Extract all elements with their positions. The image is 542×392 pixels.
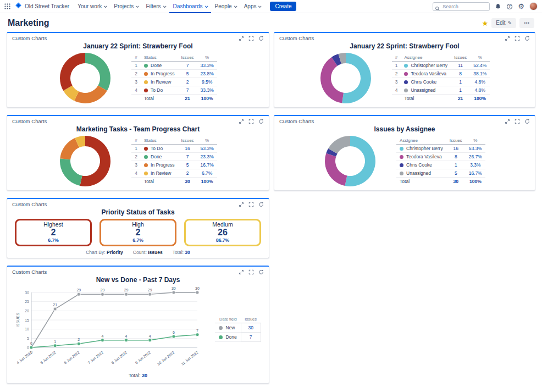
donut-segment-done[interactable] xyxy=(60,158,82,186)
legend-row-percent[interactable]: 53.3% xyxy=(197,144,217,152)
priority-card-medium[interactable]: Medium2686.7% xyxy=(184,219,261,246)
legend-row-issues[interactable]: 7 xyxy=(178,61,197,69)
nav-menu-projects[interactable]: Projects xyxy=(110,0,142,13)
refresh-icon[interactable] xyxy=(258,119,264,124)
legend-total-row: Total21100% xyxy=(392,94,490,102)
legend-row-issues[interactable]: 1 xyxy=(451,78,470,86)
legend-column-header: Issues xyxy=(178,137,197,145)
legend-row-percent[interactable]: 33.3% xyxy=(197,86,217,94)
card-percent: 6.7% xyxy=(16,238,90,243)
legend-row-percent[interactable]: 16.7% xyxy=(466,169,485,177)
more-options-button[interactable]: ⋯ xyxy=(519,18,534,28)
data-point xyxy=(148,292,152,296)
donut-segment-to-do[interactable] xyxy=(60,53,85,91)
refresh-icon[interactable] xyxy=(524,36,530,41)
legend-row-label: In Progress xyxy=(141,161,178,169)
x-tick-label: 8 Jun 2022 xyxy=(111,350,128,365)
favorite-star-icon[interactable]: ★ xyxy=(482,20,489,27)
legend-row-percent[interactable]: 23.8% xyxy=(197,69,217,78)
legend-row-label: Teodora Vasileva xyxy=(396,152,446,161)
site-home-link[interactable]: Old Street Tracker xyxy=(15,2,69,12)
legend-row-issues[interactable]: 7 xyxy=(178,152,197,161)
settings-gear-icon[interactable]: ⚙ xyxy=(518,3,524,10)
legend-row-percent[interactable]: 6.7% xyxy=(197,169,217,177)
resize-icon[interactable] xyxy=(505,36,510,41)
fullscreen-icon[interactable] xyxy=(248,202,254,207)
legend-row-percent[interactable]: 4.8% xyxy=(470,78,490,86)
legend-row-issues[interactable]: 5 xyxy=(178,161,197,169)
legend-row-issues[interactable]: 2 xyxy=(178,78,197,86)
donut-segment-in-progress[interactable] xyxy=(60,138,80,159)
series-color-dot xyxy=(400,147,403,151)
legend-total-row: Total21100% xyxy=(131,94,217,102)
donut-segment-in-progress[interactable] xyxy=(74,86,107,103)
legend-row-percent[interactable]: 52.4% xyxy=(470,61,490,69)
legend-row-percent[interactable]: 33.3% xyxy=(197,61,217,69)
legend-row-issues[interactable]: 16 xyxy=(178,144,197,152)
legend-row-issues[interactable]: 8 xyxy=(446,152,466,161)
notifications-bell-icon[interactable] xyxy=(495,3,501,10)
nav-menu-dashboards[interactable]: Dashboards xyxy=(169,0,211,13)
legend-row-issues[interactable]: 2 xyxy=(178,169,197,177)
legend-series-total[interactable]: 30 xyxy=(241,323,261,333)
nav-menu-apps[interactable]: Apps xyxy=(240,0,265,13)
refresh-icon[interactable] xyxy=(258,36,264,41)
fullscreen-icon[interactable] xyxy=(248,36,254,41)
donut-segment-teodora-vasileva[interactable] xyxy=(325,153,347,186)
user-avatar[interactable] xyxy=(529,2,538,10)
chart-body: #StatusIssues%1Done733.3%2In Progress523… xyxy=(7,52,269,104)
legend-row-percent[interactable]: 23.3% xyxy=(197,152,217,161)
donut-segment-done[interactable] xyxy=(85,53,110,91)
nav-menu-people[interactable]: People xyxy=(211,0,240,13)
help-icon[interactable]: ? xyxy=(506,3,513,10)
priority-card-high[interactable]: High26.7% xyxy=(99,219,176,246)
app-switcher-icon[interactable] xyxy=(4,3,10,9)
legend-row-issues[interactable]: 11 xyxy=(451,61,470,69)
legend-total-issues: 21 xyxy=(178,94,197,102)
fullscreen-icon[interactable] xyxy=(515,36,520,41)
legend-total-issues: 21 xyxy=(451,94,470,102)
refresh-icon[interactable] xyxy=(524,119,530,124)
point-value-label: 7 xyxy=(197,329,199,333)
resize-icon[interactable] xyxy=(505,119,510,124)
create-button[interactable]: Create xyxy=(270,2,296,11)
legend-total-label: Total xyxy=(141,177,178,185)
legend-row: 1Christopher Berry1152.4% xyxy=(392,61,490,69)
legend-row-percent[interactable]: 16.7% xyxy=(197,161,217,169)
legend-row-percent[interactable]: 4.8% xyxy=(470,86,490,94)
fullscreen-icon[interactable] xyxy=(248,119,254,124)
legend-row-issues[interactable]: 16 xyxy=(446,144,466,152)
resize-icon[interactable] xyxy=(239,119,244,124)
gadget-header: Custom Charts xyxy=(274,116,535,124)
legend-row-issues[interactable]: 1 xyxy=(446,161,466,169)
legend-row-issues[interactable]: 8 xyxy=(451,69,470,78)
priority-card-highest[interactable]: Highest26.7% xyxy=(15,219,92,246)
search-input[interactable] xyxy=(433,2,490,11)
resize-icon[interactable] xyxy=(239,269,244,275)
nav-menu-filters[interactable]: Filters xyxy=(142,0,169,13)
legend-row-percent[interactable]: 53.3% xyxy=(466,144,485,152)
fullscreen-icon[interactable] xyxy=(248,269,254,275)
legend-series-total[interactable]: 7 xyxy=(241,333,261,342)
edit-button[interactable]: Edit✎ xyxy=(491,18,516,28)
donut-segment-christopher-berry[interactable] xyxy=(342,53,371,103)
legend-row-percent[interactable]: 9.5% xyxy=(197,78,217,86)
legend-row-issues[interactable]: 1 xyxy=(451,86,470,94)
refresh-icon[interactable] xyxy=(258,269,264,275)
legend-row-issues[interactable]: 7 xyxy=(178,86,197,94)
legend-row-issues[interactable]: 5 xyxy=(446,169,466,177)
footer-value: Issues xyxy=(148,250,162,255)
legend-row-issues[interactable]: 5 xyxy=(178,69,197,78)
fullscreen-icon[interactable] xyxy=(515,119,520,124)
legend-row-percent[interactable]: 26.7% xyxy=(466,152,485,161)
nav-menu-your-work[interactable]: Your work xyxy=(74,0,110,13)
resize-icon[interactable] xyxy=(239,36,244,41)
legend-row-percent[interactable]: 3.3% xyxy=(466,161,485,169)
point-value-label: 1 xyxy=(54,340,57,344)
legend-column-header: Assignee xyxy=(396,137,446,145)
point-value-label: 29 xyxy=(101,288,105,292)
refresh-icon[interactable] xyxy=(258,202,264,207)
resize-icon[interactable] xyxy=(239,202,244,207)
legend-column-header: Date field xyxy=(215,316,241,323)
legend-row-percent[interactable]: 38.1% xyxy=(470,69,490,78)
